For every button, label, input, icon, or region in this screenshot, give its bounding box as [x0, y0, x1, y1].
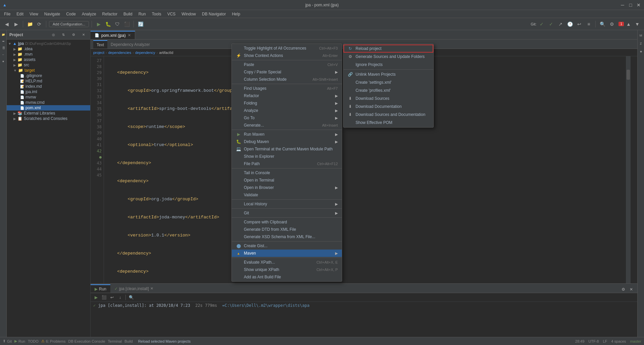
tree-item-mvnw[interactable]: 📄 mvnw — [7, 94, 90, 100]
tab-close-button[interactable]: ✕ — [128, 33, 131, 38]
sm-generate-sources[interactable]: ⚙ Generate Sources and Update Folders — [343, 53, 433, 61]
favorites-icon[interactable]: ★ — [0, 58, 6, 64]
tab-dependency-analyzer[interactable]: Dependency Analyzer — [107, 40, 153, 49]
cm-toggle-highlight[interactable]: Toggle Highlight of All Occurrences Ctrl… — [232, 45, 342, 52]
cm-maven[interactable]: ▲ Maven ▶ — [232, 250, 342, 257]
run-rerun-button[interactable]: ↩ — [109, 294, 115, 301]
cm-file-path[interactable]: File Path Ctrl+Alt+F12 — [232, 160, 342, 167]
sm-create-profiles[interactable]: Create 'profiles.xml' — [343, 86, 433, 94]
cm-add-ant[interactable]: Add as Ant Build File — [232, 273, 342, 281]
cm-refactor[interactable]: Refactor ▶ — [232, 92, 342, 99]
cm-generate[interactable]: Generate... Alt+Insert — [232, 122, 342, 129]
settings-button[interactable]: ⚙ — [608, 20, 616, 28]
menu-edit[interactable]: Edit — [14, 11, 26, 17]
restore-button[interactable]: □ — [628, 2, 633, 8]
pull-requests-icon[interactable]: ↕ — [0, 52, 6, 58]
tree-item-pomxml[interactable]: 📄 pom.xml — [7, 105, 90, 111]
add-configuration-button[interactable]: Add Configuration... — [49, 21, 89, 27]
bc-dependencies[interactable]: dependencies — [108, 51, 131, 55]
editor-scrollbar[interactable] — [626, 56, 631, 283]
git-more-button[interactable]: ≡ — [585, 20, 593, 28]
tree-item-idea[interactable]: ▶ 📁 .idea — [7, 46, 90, 52]
commit-icon[interactable]: ⬆ — [0, 38, 6, 44]
cm-local-history[interactable]: Local History ▶ — [232, 200, 342, 208]
maven-icon[interactable]: M — [637, 31, 644, 40]
cm-open-terminal[interactable]: Open in Terminal — [232, 177, 342, 184]
tree-item-mvn[interactable]: ▶ 📁 .mvn — [7, 52, 90, 57]
cm-open-terminal-maven[interactable]: 💻 Open Terminal at the Current Maven Mod… — [232, 145, 342, 153]
tree-item-indexmd[interactable]: 📝 index.md — [7, 84, 90, 89]
cm-validate[interactable]: Validate — [232, 191, 342, 199]
menu-code[interactable]: Code — [63, 11, 78, 17]
tab-jpa-clean-install[interactable]: ✓ jpa [clean,install] ✕ — [110, 284, 157, 293]
status-todo[interactable]: TODO — [28, 339, 39, 343]
menu-run[interactable]: Run — [136, 11, 149, 17]
status-build[interactable]: Build — [124, 339, 132, 343]
cm-run-maven[interactable]: ▶ Run Maven ▶ — [232, 131, 342, 138]
cm-generate-dtd[interactable]: Generate DTD from XML File — [232, 226, 342, 233]
tree-item-jpa[interactable]: ▼ ▲ jpa D:\DuFeng\Code\GitHub\Sp — [7, 41, 90, 46]
run-scroll-button[interactable]: ↓ — [117, 294, 123, 301]
cm-tail-console[interactable]: Tail in Console — [232, 169, 342, 177]
bc-project[interactable]: project — [93, 51, 104, 55]
tree-item-target[interactable]: ▼ 📁 target — [7, 68, 90, 73]
cm-go-to[interactable]: Go To ▶ — [232, 114, 342, 122]
run-close-button[interactable]: ✕ — [628, 286, 635, 293]
cm-paste[interactable]: Paste Ctrl+V — [232, 61, 342, 68]
sm-create-settings[interactable]: Create 'settings.xml' — [343, 78, 433, 86]
cm-show-explorer[interactable]: Show in Explorer — [232, 153, 342, 160]
panel-settings-button[interactable]: ⚙ — [69, 31, 77, 39]
db-browser-icon[interactable]: 🗄 — [0, 45, 6, 51]
run-button[interactable]: ▶ — [95, 20, 103, 28]
cm-generate-xsd[interactable]: Generate XSD Schema from XML File... — [232, 233, 342, 240]
cm-show-context-actions[interactable]: ⚡ Show Context Actions Alt+Enter — [232, 52, 342, 59]
run-settings-button[interactable]: ⚙ — [620, 286, 627, 293]
cm-folding[interactable]: Folding ▶ — [232, 99, 342, 107]
forward-button[interactable]: ▶ — [12, 20, 20, 28]
git-commit-button[interactable]: ✓ — [547, 20, 555, 28]
run-stop-button[interactable]: ⬛ — [101, 294, 107, 301]
close-button[interactable]: ✕ — [636, 2, 641, 8]
run-filter-button[interactable]: 🔍 — [128, 294, 135, 301]
update-app-button[interactable]: 🔄 — [137, 20, 145, 28]
bc-dependency[interactable]: dependency — [135, 51, 155, 55]
project-view-button[interactable]: 📁 — [26, 20, 34, 28]
menu-analyze[interactable]: Analyze — [79, 11, 99, 17]
tree-item-src[interactable]: ▶ 📁 src — [7, 62, 90, 68]
panel-expand-button[interactable]: ⇅ — [59, 31, 67, 39]
cm-compare-clipboard[interactable]: Compare with Clipboard — [232, 218, 342, 226]
back-button[interactable]: ◀ — [3, 20, 11, 28]
tree-item-scratches[interactable]: ▶ 📋 Scratches and Consoles — [7, 116, 90, 121]
cm-create-gist[interactable]: ⬤ Create Gist... — [232, 242, 342, 250]
status-terminal[interactable]: Terminal — [108, 339, 122, 343]
stop-button[interactable]: ⬛ — [123, 20, 131, 28]
sm-show-effective-pom[interactable]: Show Effective POM — [343, 119, 433, 127]
menu-navigate[interactable]: Navigate — [42, 11, 63, 17]
sm-ignore-projects[interactable]: Ignore Projects — [343, 61, 433, 69]
sm-reload-project[interactable]: ↻ Reload project — [343, 45, 433, 53]
git-push-button[interactable]: ↗ — [556, 20, 565, 28]
menu-db-navigator[interactable]: DB Navigator — [199, 11, 228, 17]
menu-tools[interactable]: Tools — [149, 11, 164, 17]
tab-run[interactable]: ▶ Run — [91, 284, 110, 293]
menu-view[interactable]: View — [27, 11, 41, 17]
sm-download-sources[interactable]: ⬇ Download Sources — [343, 94, 433, 102]
menu-help[interactable]: Help — [229, 11, 243, 17]
cm-find-usages[interactable]: Find Usages Alt+F7 — [232, 85, 342, 92]
menu-build[interactable]: Build — [121, 11, 135, 17]
error-up-button[interactable]: ▲ — [625, 20, 633, 28]
menu-refactor[interactable]: Refactor — [100, 11, 120, 17]
menu-vcs[interactable]: VCS — [165, 11, 178, 17]
tree-item-assets[interactable]: ▶ 📁 assets — [7, 57, 90, 62]
cm-show-unique-xpath[interactable]: Show unique XPath Ctrl+Alt+X, P — [232, 266, 342, 273]
tree-item-mvnwcmd[interactable]: 📄 mvnw.cmd — [7, 100, 90, 105]
menu-file[interactable]: File — [1, 11, 13, 17]
cm-evaluate-xpath[interactable]: Evaluate XPath... Ctrl+Alt+X, E — [232, 259, 342, 266]
tab-text[interactable]: Text — [93, 40, 107, 49]
structure-icon[interactable]: Z — [637, 40, 644, 48]
project-icon[interactable]: 📁 — [0, 31, 6, 38]
tree-item-jpaiml[interactable]: 📄 jpa.iml — [7, 89, 90, 94]
cm-column-selection[interactable]: Column Selection Mode Alt+Shift+Insert — [232, 76, 342, 83]
status-git[interactable]: ⬆ Git — [3, 339, 12, 343]
tab-close-run[interactable]: ✕ — [150, 286, 153, 291]
